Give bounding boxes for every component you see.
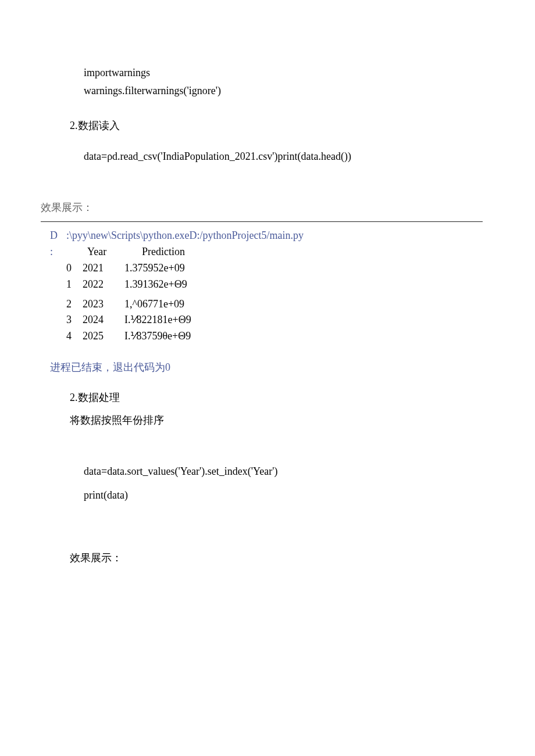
row-year: 2024 [83,312,124,328]
console-header-year: Year [83,244,124,260]
section-1-code: data=ρd.read_csv('IndiaPopulation_2021.c… [41,148,494,166]
console-header-prediction: Prediction [124,244,494,260]
row-prediction: 1,^06771e+09 [124,296,494,313]
console-d-marker: D [50,228,66,244]
console-output: D :\pyy\new\Scripts\python.exeD:/pythonP… [41,228,494,376]
table-row: 3 2024 I.⅟822181e+Θ9 [50,312,494,328]
console-exit-line: 进程已结束，退出代码为0 [50,360,494,376]
row-prediction: 1.391362e+Θ9 [124,277,494,293]
row-year: 2025 [83,328,124,345]
code-line: print(data) [84,486,494,504]
table-row: 0 2021 1.375952e+09 [50,260,494,277]
divider [41,221,483,222]
row-year: 2021 [83,260,124,277]
row-index: 0 [66,260,83,277]
table-row: 2 2023 1,^06771e+09 [50,296,494,313]
console-path: :\pyy\new\Scripts\python.exeD:/pythonPro… [66,228,304,244]
row-prediction: 1.375952e+09 [124,260,494,277]
table-row: 1 2022 1.391362e+Θ9 [50,277,494,293]
code-line: warnings.filterwarnings('ignore') [84,82,494,100]
table-row: 4 2025 I.⅟83759θe+Θ9 [50,328,494,345]
row-index: 4 [66,328,83,345]
row-prediction: I.⅟822181e+Θ9 [124,312,494,328]
code-block-1: importwarnings warnings.filterwarnings('… [41,64,494,99]
row-year: 2022 [83,277,124,293]
code-line: data=data.sort_values('Year').set_index(… [84,463,494,481]
result-label: 效果展示： [41,199,494,217]
section-2-title: 2.数据处理 [41,389,494,407]
code-line: importwarnings [84,64,494,82]
section-1-title: 2.数据读入 [41,117,494,135]
code-block-2: data=data.sort_values('Year').set_index(… [41,463,494,504]
row-index: 1 [66,277,83,293]
row-prediction: I.⅟83759θe+Θ9 [124,328,494,345]
console-colon: : [50,244,66,260]
row-index: 2 [66,296,83,313]
result-label-2: 效果展示： [41,549,494,567]
row-index: 3 [66,312,83,328]
section-2-subtitle: 将数据按照年份排序 [41,411,494,429]
row-year: 2023 [83,296,124,313]
